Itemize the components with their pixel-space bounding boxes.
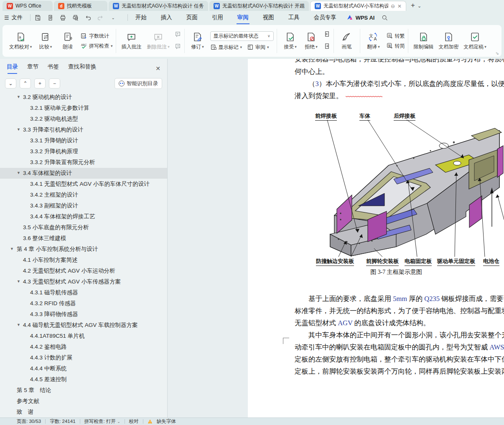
wps-ai-button[interactable]: WPS AI	[346, 14, 375, 21]
page-indicator[interactable]: 页面: 30/53	[17, 418, 41, 425]
menu-tools[interactable]: 工具	[288, 11, 300, 24]
toc-item[interactable]: 3.3.2 升降机构原理	[0, 146, 167, 157]
toc-item[interactable]: ▼3.2 驱动机构的设计	[0, 92, 167, 103]
expand-triangle-icon[interactable]: ▼	[17, 279, 20, 283]
spell-check-button[interactable]: ABC 拼写检查▾	[81, 43, 113, 50]
toc-item[interactable]: 3.3.1 升降销的设计	[0, 135, 167, 146]
toc-item[interactable]: 3.2.2 驱动电机选型	[0, 114, 167, 124]
toc-item[interactable]: 4.3.2 RFID 传感器	[0, 298, 167, 309]
ribbon-expand-icon[interactable]: ⇘	[496, 51, 499, 56]
proofread-status-button[interactable]: 校对	[129, 418, 139, 425]
pen-button[interactable]: 画笔	[337, 32, 357, 51]
toc-item[interactable]: 3.5 小车底盘的有限元分析	[0, 222, 167, 233]
sidebar-tab-find-replace[interactable]: 查找和替换	[68, 63, 97, 74]
translate-button[interactable]: 文A 翻译▾	[363, 32, 384, 51]
menu-view[interactable]: 视图	[262, 11, 275, 24]
toc-item[interactable]: 3.4.1 无盖铝型材式 AGV 小车的车体尺寸的设计	[0, 179, 167, 190]
document-text-line[interactable]: 定板上，前脚轮安装板安装两个万向轮，同样再后脚轮安装板上安装两个	[295, 365, 504, 377]
toc-item[interactable]: 3.4.4 车体框架的焊接工艺	[0, 211, 167, 222]
smart-toc-button[interactable]: 智能识别目录	[115, 78, 162, 89]
toc-item[interactable]: 4.4.3 计数的扩展	[0, 352, 167, 363]
file-menu-button[interactable]: ☰ 文件	[4, 14, 23, 21]
search-icon[interactable]	[380, 13, 389, 22]
toc-item[interactable]: 4.4.1AT89C51 单片机	[0, 331, 167, 342]
sidebar-tab-contents[interactable]: 目录	[7, 63, 18, 74]
tab-document-task[interactable]: W 无盖铝型材式AGV小车结构设计 任务	[109, 1, 208, 11]
missing-font-warning[interactable]: 缺失字体	[157, 418, 176, 425]
document-text-line[interactable]: 基于上面的要求，底盘采用 5mm 厚的 Q235 钢板焊接而成，需要说明	[295, 293, 504, 305]
redo-button[interactable]	[97, 13, 105, 22]
toc-item[interactable]: 4.1 小车控制方案简述	[0, 255, 167, 266]
toc-item[interactable]: 3.3.2 升降装置有限元分析	[0, 157, 167, 168]
document-text-line[interactable]: （3）本小车为潜伏牵引式小车，所以底盘的高度应尽量低，以便无盖	[295, 78, 504, 90]
toc-item[interactable]: 4.4.2 鉴相电路	[0, 342, 167, 352]
document-text-line[interactable]: 其中车身本体的正中间开有一个圆形小洞，该小孔用去安装整个升降	[295, 329, 504, 341]
save-button[interactable]	[34, 13, 42, 22]
toc-item[interactable]: 4.2 无盖铝型材式 AGV 小车运动分析	[0, 266, 167, 276]
accept-change-button[interactable]: 接受▾	[280, 32, 301, 51]
print-button[interactable]	[59, 13, 67, 22]
menu-review[interactable]: 审阅	[237, 11, 249, 24]
word-count-button[interactable]: 12 字数统计	[81, 33, 113, 40]
restrict-editing-button[interactable]: 限制编辑	[411, 32, 436, 51]
menu-reference[interactable]: 引用	[211, 11, 224, 24]
sidebar-tab-bookmarks[interactable]: 书签	[48, 63, 59, 74]
menu-home[interactable]: 开始	[135, 11, 148, 24]
next-change-button[interactable]	[323, 43, 331, 51]
comment-status-icon[interactable]: ⊖	[391, 3, 395, 9]
toc-item[interactable]: 3.2.1 驱动单元参数计算	[0, 103, 167, 114]
document-text-line[interactable]: 潜入到货架里。	[295, 90, 382, 102]
compare-button[interactable]: 比较▾	[33, 32, 58, 51]
toc-item[interactable]: 4.4.5 差速控制	[0, 374, 167, 385]
delete-comment-button[interactable]: 删除批注▾	[144, 32, 173, 51]
expand-triangle-icon[interactable]: ▼	[17, 171, 20, 175]
toc-item[interactable]: 3.4.2 主框架的设计	[0, 190, 167, 200]
toc-item[interactable]: 3.4.3 副框架的设计	[0, 200, 167, 211]
document-page[interactable]: 安装控制器与电池箱，并应使控制器与电池箱的质量均匀分布，将质心放置在几何中心上。…	[248, 59, 504, 417]
print-preview-button[interactable]	[71, 13, 80, 22]
close-tab-icon[interactable]: ✕	[397, 3, 402, 9]
toc-item[interactable]: 4.4.4 中断系统	[0, 363, 167, 374]
proofread-button[interactable]: a 文档校对▾	[8, 32, 33, 51]
toc-item[interactable]: ▼3.4 车体框架的设计	[0, 168, 167, 179]
close-sidebar-icon[interactable]: ✕	[155, 65, 160, 72]
menu-membership[interactable]: 会员专享	[313, 11, 337, 24]
encrypt-document-button[interactable]: 文档加密	[436, 32, 461, 51]
collapse-all-button[interactable]: ⌃	[20, 78, 31, 89]
toc-item[interactable]: ▼4.3 无盖铝型材式 AGV 小车传感器方案	[0, 276, 167, 287]
document-text-line[interactable]: 安装控制器与电池箱，并应使控制器与电池箱的质量均匀分布，将质心放置在几	[295, 59, 504, 65]
tab-docer-templates[interactable]: d 找稻壳模板	[54, 1, 107, 11]
toc-item[interactable]: ▼4.4 磁导航无盖铝型材式 AGV 车载控制器方案	[0, 320, 167, 331]
document-text-line[interactable]: 无盖铝型材式 AGV 的底盘设计成壳体结构。	[295, 317, 430, 329]
zoom-in-toc-button[interactable]: +	[34, 78, 46, 89]
review-pane-button[interactable]: 审阅▾	[247, 44, 269, 51]
toc-item[interactable]: 参考文献	[0, 396, 167, 407]
menu-page[interactable]: 页面	[186, 11, 199, 24]
word-count-indicator[interactable]: 字数: 24141	[50, 418, 75, 425]
document-text-line[interactable]: 标准零件，并无统一的结构形式，为了便于容纳电池、控制器与配重块等	[295, 305, 504, 317]
toc-item[interactable]: ▼3.3 升降牵引机构的设计	[0, 124, 167, 135]
expand-triangle-icon[interactable]: ▼	[17, 323, 20, 327]
insert-comment-button[interactable]: 插入批注	[119, 32, 144, 51]
read-aloud-button[interactable]: 朗读	[58, 32, 77, 51]
toc-item[interactable]: 4.3.3 障碍物传感器	[0, 309, 167, 320]
next-comment-button[interactable]	[174, 43, 181, 51]
tab-wps-office[interactable]: W WPS Office	[3, 1, 53, 11]
previous-comment-button[interactable]	[174, 30, 181, 39]
previous-change-button[interactable]	[323, 30, 331, 39]
expand-triangle-icon[interactable]: ▼	[17, 95, 20, 99]
reject-change-button[interactable]: 拒绝▾	[301, 32, 322, 51]
expand-triangle-icon[interactable]: ▼	[10, 247, 14, 251]
export-pdf-button[interactable]	[46, 13, 55, 22]
toc-item[interactable]: 4.3.1 磁导航传感器	[0, 287, 167, 298]
undo-button[interactable]	[84, 13, 92, 22]
toc-item[interactable]: 3.6 整体三维建模	[0, 233, 167, 244]
new-tab-button[interactable]: +	[411, 1, 415, 10]
document-text-line[interactable]: 定板的左侧安放有控制电箱，整个牵引车的驱动机构安装在车体中下位置	[295, 353, 504, 365]
tab-list-chevron-icon[interactable]: ⌄	[417, 3, 421, 9]
expand-triangle-icon[interactable]: ▼	[17, 127, 20, 132]
spellcheck-status[interactable]: 拼写检查: 打开 ⌄	[84, 418, 120, 425]
markup-state-dropdown[interactable]: 显示标记的最终状态∨	[210, 31, 274, 41]
document-text-line[interactable]: 动牵引车中的喇叭安装在电箱固定板中的圆孔内，型号为艾智威 AWS-24	[295, 341, 504, 353]
menu-insert[interactable]: 插入	[160, 11, 173, 24]
